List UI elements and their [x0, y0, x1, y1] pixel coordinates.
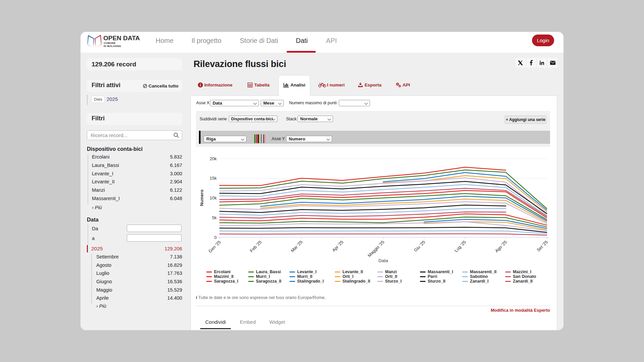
svg-text:Lug '25: Lug '25	[453, 240, 467, 253]
svg-text:Giu '25: Giu '25	[413, 240, 426, 253]
svg-text:20k: 20k	[210, 156, 217, 161]
svg-text:Numero: Numero	[199, 189, 204, 206]
svg-text:Mar '25: Mar '25	[290, 240, 304, 253]
svg-text:0: 0	[214, 235, 217, 240]
svg-text:Data: Data	[378, 258, 388, 263]
svg-text:10k: 10k	[210, 195, 217, 200]
svg-text:Feb '25: Feb '25	[249, 240, 263, 253]
svg-text:Ago '25: Ago '25	[494, 240, 508, 253]
svg-text:Maggio '25: Maggio '25	[367, 240, 385, 258]
svg-text:5k: 5k	[212, 215, 217, 220]
svg-text:15k: 15k	[210, 176, 217, 181]
svg-text:Apr '25: Apr '25	[331, 240, 344, 253]
svg-text:Gen '25: Gen '25	[208, 240, 222, 254]
svg-text:Set '25: Set '25	[536, 240, 549, 253]
